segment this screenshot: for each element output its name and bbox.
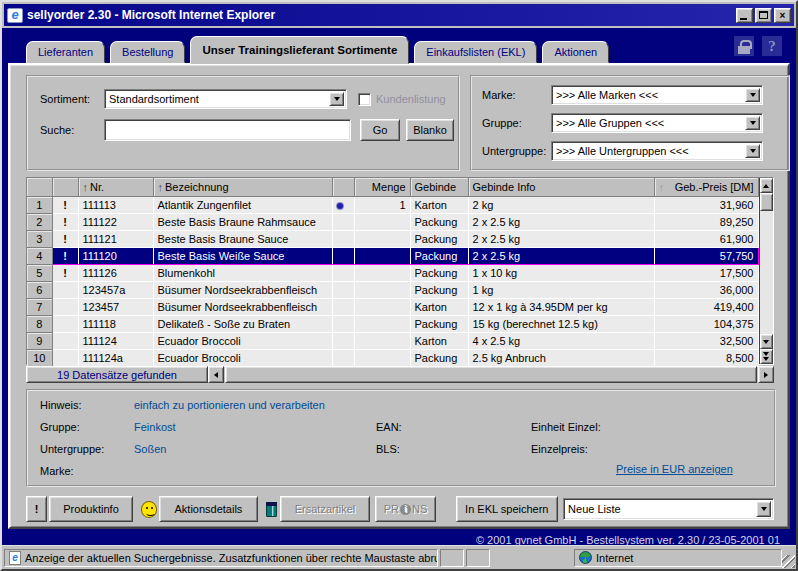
marke-dropdown[interactable]: >>> Alle Marken <<< (551, 85, 763, 105)
scroll-right-button[interactable] (758, 366, 774, 383)
sortiment-value: Standardsortiment (109, 93, 326, 105)
cell-gebinde-info: 1 kg (468, 281, 654, 298)
untergruppe-dropdown[interactable]: >>> Alle Untergruppen <<< (551, 141, 763, 161)
aktionsdetails-button[interactable]: Aktionsdetails (159, 496, 258, 522)
minimize-button[interactable] (736, 8, 753, 23)
header-nr[interactable]: ↑Nr. (78, 178, 153, 196)
triangle-up-icon (763, 184, 769, 188)
cell-nr: 111124 (78, 332, 153, 349)
close-button[interactable]: × (774, 8, 791, 23)
tab-lieferanten[interactable]: Lieferanten (26, 41, 105, 63)
double-triangle-down-icon (763, 352, 769, 361)
cell-gebinde: Packung (410, 230, 468, 247)
header-gebinde-info[interactable]: Gebinde Info (468, 178, 654, 196)
search-input[interactable] (104, 119, 351, 141)
untergruppe-dropdown-button[interactable] (745, 144, 760, 158)
cell-menge (354, 332, 410, 349)
window-title: sellyorder 2.30 - Microsoft Internet Exp… (27, 8, 734, 22)
lock-button[interactable] (734, 36, 754, 56)
row-number: 6 (27, 281, 52, 298)
alert-icon: ! (52, 264, 78, 281)
scroll-down-button[interactable] (760, 334, 774, 349)
vertical-scroll-thumb[interactable] (760, 193, 774, 211)
sortiment-dropdown-button[interactable] (329, 92, 344, 106)
cell-flag (332, 264, 354, 281)
cell-menge (354, 281, 410, 298)
scroll-left-button[interactable] (208, 366, 224, 383)
lock-icon (738, 46, 750, 54)
table-row[interactable]: 4!111120Beste Basis Weiße SaucePackung2 … (27, 247, 758, 264)
header-preis[interactable]: ↑Geb.-Preis [DM] (654, 178, 758, 196)
gruppe-label: Gruppe: (40, 421, 80, 433)
main-panel: Sortiment: Standardsortiment Kundenlistu… (8, 63, 790, 529)
horizontal-scroll-thumb[interactable] (225, 366, 757, 383)
action-bar: ! Produktinfo Aktionsdetails Ersatzartik… (26, 496, 774, 522)
liste-dropdown-button[interactable] (756, 501, 771, 517)
marke-detail-label: Marke: (40, 465, 74, 477)
tab-sortimente-active[interactable]: Unser Trainingslieferant Sortimente (190, 36, 409, 64)
chevron-down-icon (334, 97, 340, 101)
marke-dropdown-button[interactable] (745, 88, 760, 102)
cell-gebinde-info: 2 x 2.5 kg (468, 230, 654, 247)
status-panel-2 (466, 549, 490, 567)
table-row[interactable]: 8111118Delikateß - Soße zu BratenPackung… (27, 315, 758, 332)
cell-menge (354, 230, 410, 247)
cell-menge (354, 349, 410, 366)
produktinfo-button[interactable]: Produktinfo (49, 496, 132, 522)
tab-aktionen[interactable]: Aktionen (542, 41, 609, 63)
scroll-up-button[interactable] (760, 178, 774, 193)
cell-gebinde: Karton (410, 332, 468, 349)
vertical-scroll-track[interactable] (760, 211, 774, 334)
details-panel: Hinweis: einfach zu portionieren und ver… (26, 389, 776, 487)
header-gebinde[interactable]: Gebinde (410, 178, 468, 196)
cell-gebinde: Packung (410, 213, 468, 230)
maximize-button[interactable] (755, 8, 772, 23)
help-button[interactable]: ? (762, 36, 782, 56)
liste-dropdown[interactable]: Neue Liste (563, 498, 774, 520)
cell-menge (354, 213, 410, 230)
horizontal-scrollbar: 19 Datensätze gefunden (26, 366, 774, 383)
table-row[interactable]: 2!111122Beste Basis Braune RahmsaucePack… (27, 213, 758, 230)
table-row[interactable]: 6123457aBüsumer NordseekrabbenfleischPac… (27, 281, 758, 298)
tab-einkaufslisten[interactable]: Einkaufslisten (EKL) (414, 41, 537, 63)
suche-label: Suche: (40, 124, 104, 136)
ersatzartikel-button[interactable]: Ersatzartikel (280, 496, 371, 522)
minimize-icon (740, 18, 747, 20)
vertical-scrollbar[interactable] (759, 178, 774, 364)
preise-eur-link[interactable]: Preise in EUR anzeigen (616, 463, 733, 475)
untergruppe-value: Soßen (134, 443, 166, 455)
table-row[interactable]: 7123457Büsumer NordseekrabbenfleischKart… (27, 298, 758, 315)
alert-icon: ! (52, 213, 78, 230)
prins-button[interactable]: PRiNS (375, 496, 435, 522)
table-row[interactable]: 5!111126BlumenkohlPackung1 x 10 kg17,500 (27, 264, 758, 281)
gruppe-dropdown[interactable]: >>> Alle Gruppen <<< (551, 113, 763, 133)
row-number: 4 (27, 247, 52, 264)
sortiment-dropdown[interactable]: Standardsortiment (104, 89, 347, 109)
table-row[interactable]: 3!111121Beste Basis Braune SaucePackung2… (27, 230, 758, 247)
page-icon: e (9, 551, 21, 565)
resize-grip[interactable] (782, 555, 795, 568)
tab-bestellung[interactable]: Bestellung (110, 41, 185, 63)
ordered-dot-icon (337, 203, 343, 209)
filter-groupbox: Marke: >>> Alle Marken <<< Gruppe: >>> A… (470, 75, 790, 171)
cell-nr: 111124a (78, 349, 153, 366)
header-menge[interactable]: Menge (354, 178, 410, 196)
title-bar[interactable]: e sellyorder 2.30 - Microsoft Internet E… (4, 4, 794, 26)
status-message-panel: e Anzeige der aktuellen Suchergebnisse. … (4, 549, 438, 567)
table-row[interactable]: 9111124Ecuador BroccoliKarton4 x 2.5 kg3… (27, 332, 758, 349)
kundenlistung-checkbox[interactable] (358, 93, 371, 106)
produktinfo-icon-button[interactable]: ! (26, 496, 47, 522)
gruppe-dropdown-button[interactable] (745, 116, 760, 130)
header-bezeichnung[interactable]: ↑Bezeichnung (153, 178, 332, 196)
table-row[interactable]: 1!111113Atlantik Zungenfilet1Karton2 kg3… (27, 196, 758, 213)
in-ekl-speichern-button[interactable]: In EKL speichern (456, 496, 559, 522)
cell-flag (332, 315, 354, 332)
alert-icon: ! (52, 230, 78, 247)
cell-gebinde: Packung (410, 315, 468, 332)
blanko-button[interactable]: Blanko (406, 119, 454, 141)
search-groupbox: Sortiment: Standardsortiment Kundenlistu… (26, 75, 460, 171)
table-row[interactable]: 10111124aEcuador BroccoliPackung2.5 kg A… (27, 349, 758, 366)
go-button[interactable]: Go (360, 119, 400, 141)
cell-nr: 111126 (78, 264, 153, 281)
scroll-page-down-button[interactable] (760, 349, 774, 364)
